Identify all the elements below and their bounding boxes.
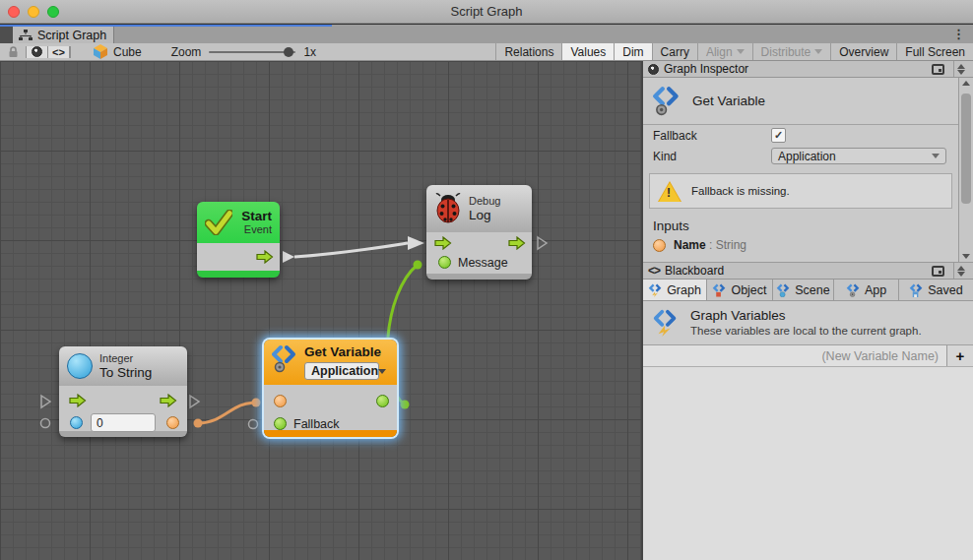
node-title: Log — [469, 208, 500, 223]
fullscreen-button[interactable] — [47, 6, 59, 18]
unconnected-value-indicator[interactable] — [249, 420, 258, 429]
graph-canvas[interactable]: Start Event — [0, 61, 643, 560]
tab-app-variables[interactable]: App — [834, 280, 899, 300]
toolbar-button-carry[interactable]: Carry — [652, 43, 697, 60]
toolbar-button-relations[interactable]: Relations — [495, 43, 561, 60]
wire-endpoint — [414, 261, 422, 270]
tab-saved-variables[interactable]: Saved — [899, 280, 973, 300]
unconnected-flow-indicator[interactable] — [538, 237, 547, 249]
fallback-field-row: Fallback ✓ — [643, 125, 958, 146]
fallback-checkbox[interactable]: ✓ — [771, 128, 786, 143]
panel-maximize-icon[interactable] — [932, 266, 944, 277]
inspected-unit-title: Get Variable — [692, 93, 765, 108]
blackboard-header[interactable]: <> Blackboard — [643, 262, 973, 280]
integer-type-icon — [67, 353, 93, 379]
graph-variables-title: Graph Variables — [690, 307, 922, 325]
value-output-port[interactable] — [376, 395, 389, 407]
toolbar-button-values[interactable]: Values — [561, 43, 614, 60]
scrollbar-thumb[interactable] — [961, 93, 971, 204]
unconnected-flow-indicator[interactable] — [190, 396, 199, 407]
toolbar-button-align[interactable]: Align — [697, 43, 752, 60]
close-button[interactable] — [8, 6, 20, 18]
cube-icon — [93, 44, 108, 59]
inspector-scrollbar[interactable] — [958, 78, 973, 262]
zoom-slider[interactable] — [209, 46, 295, 58]
orange-value-wire[interactable] — [198, 403, 256, 423]
window-title: Script Graph — [451, 4, 523, 19]
saved-variables-icon — [909, 283, 924, 297]
kebab-menu-icon[interactable]: ⋮ — [952, 26, 965, 43]
name-input-port[interactable] — [274, 395, 287, 407]
node-supertitle: Integer — [99, 352, 152, 365]
tab-object-variables[interactable]: Object — [707, 280, 773, 300]
graph-toolbar: <> Cube Zoom 1x Relations Values Dim Car… — [0, 43, 973, 61]
node-title: To String — [99, 365, 152, 381]
graph-inspector-header[interactable]: Graph Inspector — [643, 61, 973, 78]
inspector-icon — [648, 64, 659, 75]
node-integer-to-string[interactable]: Integer To String — [59, 346, 187, 437]
node-debug-log[interactable]: Debug Log Message — [426, 185, 532, 280]
wire-start-arrowhead — [283, 251, 294, 263]
scroll-down-icon — [957, 272, 965, 277]
target-object-label[interactable]: Cube — [113, 45, 142, 59]
minimize-button[interactable] — [28, 6, 39, 18]
variable-kind-dropdown[interactable]: Application — [304, 362, 379, 380]
fallback-input-port[interactable] — [274, 417, 287, 430]
string-output-port[interactable] — [166, 416, 179, 429]
unconnected-value-indicator[interactable] — [41, 419, 50, 428]
flow-in-port[interactable] — [69, 394, 87, 407]
flow-out-port[interactable] — [160, 394, 177, 407]
toolbar-button-dim[interactable]: Dim — [614, 43, 651, 60]
tab-graph-variables[interactable]: Graph — [643, 280, 707, 300]
graph-variables-icon — [648, 283, 663, 297]
app-variables-icon — [846, 283, 861, 297]
chevron-down-icon — [814, 49, 822, 54]
toolbar-button-fullscreen[interactable]: Full Screen — [896, 43, 973, 60]
integer-value-field[interactable] — [91, 413, 156, 432]
get-variable-icon — [272, 344, 297, 374]
control-wire[interactable] — [294, 243, 408, 257]
scroll-down-icon — [962, 254, 970, 259]
integer-input-port[interactable] — [70, 416, 83, 429]
connection-wires — [0, 61, 643, 560]
node-title: Start — [241, 209, 272, 224]
tab-label: Script Graph — [37, 29, 106, 42]
inspector-toggle-button[interactable] — [27, 46, 48, 58]
panel-scroll-arrows[interactable] — [953, 61, 968, 77]
scroll-up-icon — [957, 64, 965, 69]
node-start-event[interactable]: Start Event — [197, 202, 280, 278]
new-variable-input[interactable] — [643, 345, 947, 366]
tab-script-graph[interactable]: Script Graph — [13, 27, 114, 44]
add-variable-button[interactable]: + — [947, 345, 973, 366]
wire-endpoint — [252, 399, 261, 407]
flow-out-port[interactable] — [508, 236, 526, 250]
scene-variables-icon — [776, 283, 791, 297]
unconnected-flow-indicator[interactable] — [41, 396, 50, 407]
flow-in-port[interactable] — [434, 236, 452, 250]
check-icon — [205, 210, 232, 235]
flow-out-port[interactable] — [256, 250, 274, 264]
chevron-down-icon — [378, 369, 386, 374]
node-supertitle: Debug — [469, 195, 500, 208]
get-variable-icon — [653, 86, 681, 117]
scroll-up-icon — [962, 81, 970, 86]
zoom-slider-knob[interactable] — [284, 47, 293, 57]
object-variables-icon — [712, 283, 727, 297]
input-port-row: Name : String — [653, 238, 958, 252]
toolbar-button-distribute[interactable]: Distribute — [752, 43, 831, 60]
kind-dropdown[interactable]: Application — [771, 148, 946, 164]
code-view-button[interactable]: <> — [48, 46, 70, 58]
zoom-label: Zoom — [171, 45, 202, 59]
ladybug-icon — [434, 193, 462, 224]
wire-end-arrowhead — [408, 236, 424, 250]
panel-scroll-arrows[interactable] — [953, 263, 968, 279]
graph-tab-icon — [19, 30, 32, 42]
node-get-variable[interactable]: Get Variable Application Fallback — [264, 340, 397, 437]
message-input-port[interactable] — [438, 256, 451, 269]
toolbar-button-overview[interactable]: Overview — [830, 43, 896, 60]
lock-icon[interactable] — [0, 46, 26, 58]
inputs-section-title: Inputs — [653, 218, 958, 236]
panel-maximize-icon[interactable] — [932, 64, 944, 75]
window-titlebar: Script Graph — [0, 0, 973, 24]
tab-scene-variables[interactable]: Scene — [773, 280, 834, 300]
